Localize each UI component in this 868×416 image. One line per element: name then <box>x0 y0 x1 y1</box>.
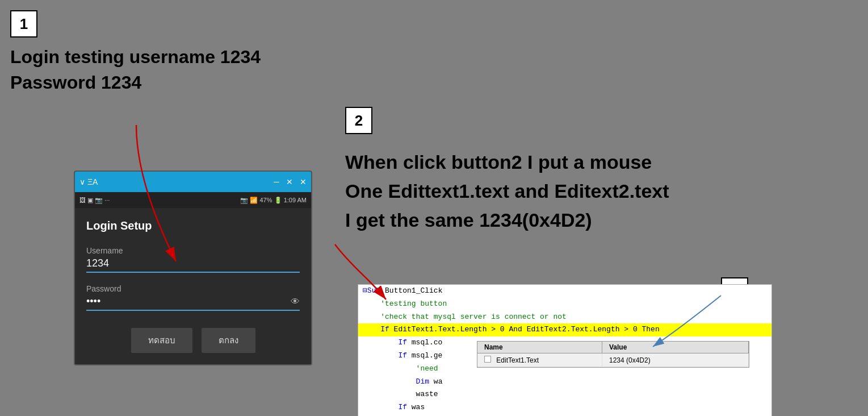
phone-titlebar-icon: ∨ ΞA <box>79 177 98 186</box>
phone-maximize-icon[interactable]: ✕ <box>286 177 293 186</box>
step2-box: 2 <box>345 107 372 134</box>
phone-username-field: Username 1234 <box>86 246 300 273</box>
phone-app-title: Login Setup <box>86 219 300 232</box>
step2-line1: When click button2 I put a mouse <box>345 148 669 177</box>
phone-btn1[interactable]: ทดสอบ <box>131 328 192 353</box>
phone-statusbar: 🖼 ▣ 📷 ··· 📷 📶 47% 🔋 1:09 AM <box>75 192 311 208</box>
phone-btn2[interactable]: ตกลง <box>202 328 255 353</box>
phone-titlebar-right: ─ ✕ ✕ <box>274 177 307 186</box>
code-line-2: 'testing button <box>358 298 771 311</box>
step2-text: When click button2 I put a mouse One Edi… <box>345 148 669 235</box>
tooltip-row-icon <box>484 356 491 363</box>
step1-number: 1 <box>20 15 28 33</box>
phone-password-field: Password •••• 👁 <box>86 284 300 311</box>
phone-minimize-icon[interactable]: ─ <box>274 177 279 186</box>
phone-password-row: •••• 👁 <box>86 296 300 311</box>
eye-icon[interactable]: 👁 <box>291 297 300 307</box>
step2-line3: I get the same 1234(0x4D2) <box>345 206 669 235</box>
step1-box: 1 <box>10 10 37 38</box>
tooltip-header: Name Value <box>477 342 749 353</box>
step1-text: Login testing username 1234 Password 123… <box>10 44 261 95</box>
tooltip-row-name: EditText1.Text <box>477 353 602 367</box>
step2-number: 2 <box>355 112 363 130</box>
phone-username-value[interactable]: 1234 <box>86 257 109 269</box>
code-line-3: 'check that mysql server is connect or n… <box>358 311 771 324</box>
tooltip-row-value: 1234 (0x4D2) <box>602 354 749 367</box>
phone-titlebar: ∨ ΞA ─ ✕ ✕ <box>75 172 311 192</box>
code-line-9: waste <box>358 388 771 401</box>
phone-close-icon[interactable]: ✕ <box>300 177 307 186</box>
phone-body: Login Setup Username 1234 Password •••• … <box>75 208 311 364</box>
tooltip-window: Name Value EditText1.Text 1234 (0x4D2) <box>477 341 749 368</box>
code-line-10: If was <box>358 401 771 414</box>
tooltip-row: EditText1.Text 1234 (0x4D2) <box>477 353 749 367</box>
phone-status-icons-right: 📷 📶 47% 🔋 1:09 AM <box>240 197 307 204</box>
phone-password-value[interactable]: •••• <box>86 296 100 307</box>
step2-line2: One Edittext1.text and Editext2.text <box>345 177 669 206</box>
phone-password-label: Password <box>86 284 300 293</box>
phone-window: ∨ ΞA ─ ✕ ✕ 🖼 ▣ 📷 ··· 📷 📶 47% 🔋 1:09 AM L… <box>74 170 312 365</box>
phone-status-icons-left: 🖼 ▣ 📷 ··· <box>79 197 110 204</box>
tooltip-col-name: Name <box>477 342 602 353</box>
phone-buttons: ทดสอบ ตกลง <box>86 328 300 353</box>
phone-username-row: 1234 <box>86 257 300 273</box>
phone-titlebar-left: ∨ ΞA <box>79 177 98 186</box>
tooltip-col-value: Value <box>602 342 749 353</box>
code-line-1: ⊟Sub Button1_Click <box>358 285 771 298</box>
code-line-4-highlight: If EditText1.Text.Length > 0 And EditTex… <box>358 323 771 336</box>
step1-line2: Password 1234 <box>10 70 261 95</box>
code-line-8: Dim wa <box>358 376 771 389</box>
phone-username-label: Username <box>86 246 300 255</box>
step1-line1: Login testing username 1234 <box>10 44 261 70</box>
